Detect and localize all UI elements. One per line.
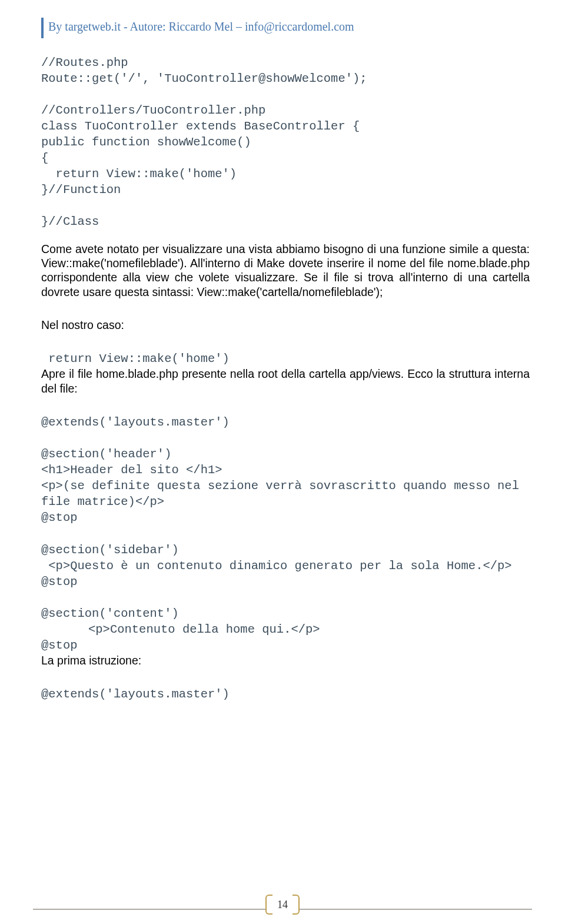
code-block-2: return View::make('home') [41,351,530,367]
code-block-4: @extends('layouts.master') [41,686,530,702]
paragraph-4: La prima istruzione: [41,653,530,667]
code-block-3-end: @stop [41,637,530,653]
page-number: 14 [272,896,293,913]
page-header: By targetweb.it - Autore: Riccardo Mel –… [41,18,530,38]
header-accent-line [41,18,44,38]
code-block-1: //Routes.php Route::get('/', 'TuoControl… [41,55,530,230]
bracket-right-icon [293,895,300,915]
footer-line-left [33,909,265,910]
document-page: By targetweb.it - Autore: Riccardo Mel –… [0,0,565,924]
paragraph-2: Nel nostro caso: [41,318,530,332]
code-block-3: @extends('layouts.master') @section('hea… [41,414,530,621]
page-footer: 14 [0,895,565,915]
bracket-left-icon [265,895,272,915]
paragraph-3: Apre il file home.blade.php presente nel… [41,367,530,395]
paragraph-1: Come avete notato per visualizzare una v… [41,242,530,300]
header-text: By targetweb.it - Autore: Riccardo Mel –… [48,18,354,38]
code-block-3-indent: <p>Contenuto della home qui.</p> [41,621,530,637]
footer-line-right [300,909,532,910]
